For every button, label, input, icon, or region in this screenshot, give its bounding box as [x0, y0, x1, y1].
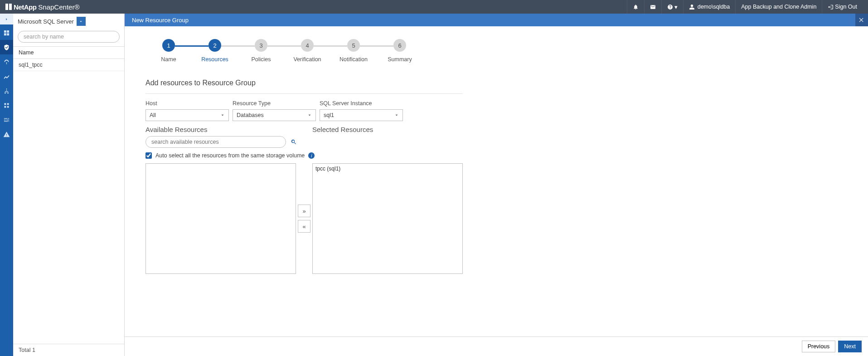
username-text: demo\sqldba — [698, 4, 730, 10]
user-menu[interactable]: demo\sqldba — [683, 0, 736, 14]
svg-rect-0 — [5, 4, 8, 10]
signout-icon — [828, 4, 834, 10]
user-icon — [689, 4, 695, 10]
mail-icon — [650, 4, 656, 10]
notifications-button[interactable] — [627, 0, 644, 14]
mail-button[interactable] — [644, 0, 661, 14]
help-icon — [667, 4, 673, 10]
svg-rect-1 — [9, 4, 12, 10]
chevron-down-icon: ▾ — [674, 4, 678, 10]
brand-logo: NetApp — [5, 3, 36, 11]
help-button[interactable]: ▾ — [661, 0, 683, 14]
top-header: NetApp SnapCenter® ▾ demo\sqldba App Bac… — [0, 0, 868, 14]
brand-company: NetApp — [14, 3, 36, 11]
topbar-right: ▾ demo\sqldba App Backup and Clone Admin… — [627, 0, 863, 14]
brand-product: SnapCenter® — [38, 3, 79, 11]
role-label[interactable]: App Backup and Clone Admin — [735, 0, 822, 14]
sign-out-button[interactable]: Sign Out — [822, 0, 863, 14]
bell-icon — [633, 4, 639, 10]
brand: NetApp SnapCenter® — [5, 3, 79, 11]
